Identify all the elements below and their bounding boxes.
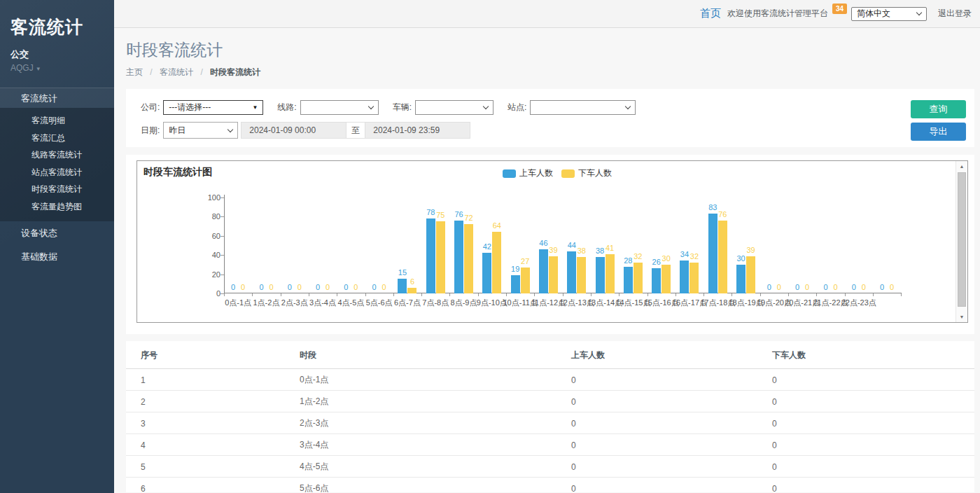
- breadcrumb-parent[interactable]: 客流统计: [160, 67, 193, 77]
- main-area: 时段客流统计 主页 / 客流统计 / 时段客流统计 公司: ---请选择--- …: [114, 28, 980, 493]
- sidebar-other-items: 设备状态基础数据: [0, 221, 114, 269]
- x-axis-tick: [534, 293, 535, 296]
- logout-link[interactable]: 退出登录: [938, 8, 972, 20]
- bar-value-label: 38: [596, 246, 604, 255]
- table-cell: 0点-1点: [285, 369, 556, 391]
- chart-scrollbar[interactable]: ▲ ▼: [955, 161, 967, 322]
- sidebar-item-5[interactable]: 客流量趋势图: [0, 198, 114, 216]
- bar-boarding: [624, 267, 633, 293]
- bar-value-label: 38: [578, 246, 586, 255]
- sidebar-item-0[interactable]: 客流明细: [0, 112, 114, 130]
- sidebar-item-2[interactable]: 线路客流统计: [0, 146, 114, 164]
- sidebar: 客流统计 公交 AQGJ▼ 客流统计 客流明细客流汇总线路客流统计站点客流统计时…: [0, 0, 114, 493]
- sidebar-section-0[interactable]: 设备状态: [0, 221, 114, 245]
- bar-boarding: [454, 221, 463, 293]
- table-cell: 0: [556, 369, 757, 391]
- bar-value-label: 0: [354, 283, 358, 291]
- bar-value-label: 32: [634, 252, 642, 261]
- date-to-input[interactable]: 2024-01-09 23:59: [365, 122, 470, 139]
- x-axis-tick: [309, 293, 309, 296]
- sidebar-item-3[interactable]: 站点客流统计: [0, 164, 114, 181]
- bar-value-label: 0: [372, 283, 377, 291]
- bar-value-label: 0: [344, 283, 348, 291]
- line-select[interactable]: [300, 100, 379, 115]
- vehicle-select[interactable]: [415, 100, 493, 115]
- bar-value-label: 42: [483, 242, 491, 251]
- x-axis-tick: [281, 293, 281, 296]
- table-cell: 2点-3点: [285, 412, 556, 434]
- y-axis-label: 80: [192, 212, 220, 221]
- bar-value-label: 0: [231, 283, 235, 291]
- breadcrumb-separator: /: [200, 67, 202, 77]
- bar-boarding: [680, 261, 689, 293]
- language-select[interactable]: 简体中文: [851, 7, 927, 21]
- bar-alighting: [577, 257, 586, 293]
- content-column: 首页 欢迎使用客流统计管理平台 34 简体中文 退出登录 时段客流统计 主页 /…: [114, 0, 980, 493]
- table-cell: 0: [556, 478, 757, 493]
- bar-value-label: 0: [880, 283, 884, 291]
- y-axis-label: 100: [192, 193, 220, 202]
- bar-boarding: [708, 214, 718, 293]
- scrollbar-thumb[interactable]: [958, 172, 966, 307]
- x-axis-label: 8点-9点: [451, 298, 477, 308]
- x-axis-tick: [449, 293, 450, 296]
- bar-boarding: [511, 275, 520, 293]
- bar-value-label: 30: [662, 254, 671, 263]
- export-button[interactable]: 导出: [911, 123, 966, 141]
- bar-value-label: 0: [326, 283, 330, 291]
- home-link[interactable]: 首页: [700, 7, 721, 20]
- scroll-up-icon[interactable]: ▲: [956, 161, 967, 172]
- x-axis-tick: [845, 293, 846, 296]
- table-cell: 4: [126, 434, 285, 456]
- bar-value-label: 44: [568, 241, 576, 249]
- x-axis-tick: [732, 293, 732, 296]
- bar-value-label: 0: [259, 283, 263, 291]
- table-row: 54点-5点00: [126, 456, 974, 478]
- bar-boarding: [736, 265, 746, 293]
- company-select[interactable]: ---请选择--- ▼: [163, 100, 263, 115]
- sidebar-item-4[interactable]: 时段客流统计: [0, 181, 114, 198]
- x-axis-label: 0点-1点: [225, 298, 251, 308]
- company-label: 公司:: [141, 102, 160, 113]
- table-cell: 0: [556, 412, 757, 434]
- breadcrumb: 主页 / 客流统计 / 时段客流统计: [126, 67, 974, 78]
- x-axis-tick: [676, 293, 676, 296]
- bar-alighting: [690, 263, 699, 293]
- sidebar-section-passenger-stats[interactable]: 客流统计: [0, 88, 114, 108]
- x-axis-tick: [365, 293, 366, 296]
- bar-alighting: [436, 221, 445, 293]
- bar-alighting: [746, 256, 755, 293]
- bar-value-label: 83: [708, 203, 717, 211]
- breadcrumb-home[interactable]: 主页: [126, 67, 143, 77]
- org-code-dropdown[interactable]: AQGJ▼: [10, 63, 114, 73]
- y-axis-tick: [220, 197, 224, 198]
- query-button[interactable]: 查询: [911, 100, 966, 118]
- date-preset-select[interactable]: 昨日: [163, 122, 238, 139]
- app-window: 客流统计 公交 AQGJ▼ 客流统计 客流明细客流汇总线路客流统计站点客流统计时…: [0, 0, 980, 493]
- bar-boarding: [482, 253, 491, 293]
- scroll-down-icon[interactable]: ▼: [956, 312, 967, 322]
- sidebar-item-1[interactable]: 客流汇总: [0, 130, 114, 147]
- breadcrumb-current: 时段客流统计: [210, 67, 260, 77]
- notification-badge[interactable]: 34: [832, 4, 847, 14]
- bar-value-label: 32: [690, 252, 699, 261]
- topbar: 首页 欢迎使用客流统计管理平台 34 简体中文 退出登录: [114, 0, 980, 28]
- table-header-2: 上车人数: [556, 341, 757, 369]
- bar-value-label: 0: [890, 283, 894, 291]
- station-select[interactable]: [530, 100, 636, 115]
- x-axis-tick: [563, 293, 564, 296]
- data-table: 序号时段上车人数下车人数 10点-1点0021点-2点0032点-3点0043点…: [126, 341, 974, 492]
- bar-value-label: 76: [718, 210, 727, 218]
- x-axis-tick: [224, 293, 225, 296]
- date-from-input[interactable]: 2024-01-09 00:00: [241, 122, 346, 139]
- x-axis-label: 2点-3点: [281, 298, 308, 308]
- filter-row-1: 公司: ---请选择--- ▼ 线路: 车辆: 站点:: [141, 100, 974, 115]
- bar-value-label: 0: [767, 283, 771, 291]
- sidebar-section-1[interactable]: 基础数据: [0, 245, 114, 269]
- y-axis-label: 40: [192, 251, 220, 259]
- table-cell: 5点-6点: [285, 478, 556, 493]
- table-header-3: 下车人数: [757, 341, 974, 369]
- bar-alighting: [521, 268, 530, 293]
- bar-alighting: [492, 232, 501, 293]
- bar-alighting: [407, 288, 416, 293]
